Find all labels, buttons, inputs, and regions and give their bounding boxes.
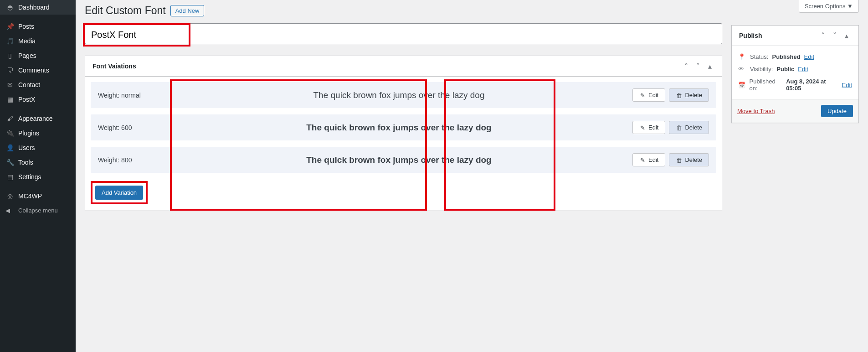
variation-weight-label: Weight: 600 bbox=[98, 124, 180, 131]
delete-variation-button[interactable]: 🗑Delete bbox=[669, 121, 709, 134]
sidebar-item-label: PostX bbox=[18, 96, 35, 103]
edit-visibility-link[interactable]: Edit bbox=[798, 66, 808, 72]
sidebar-item-label: Users bbox=[18, 144, 35, 151]
update-button[interactable]: Update bbox=[821, 105, 853, 117]
main-content: Screen Options ▼ Edit Custom Font Add Ne… bbox=[76, 0, 868, 352]
pin-icon: 📌 bbox=[5, 23, 15, 30]
font-title-input[interactable] bbox=[86, 26, 188, 44]
sidebar-item-label: Plugins bbox=[18, 129, 39, 137]
sidebar-item-users[interactable]: 👤 Users bbox=[0, 140, 76, 155]
pencil-icon: ✎ bbox=[639, 157, 646, 163]
brush-icon: 🖌 bbox=[5, 115, 15, 122]
variation-row: Weight: 600 The quick brown fox jumps ov… bbox=[91, 114, 716, 140]
edit-variation-button[interactable]: ✎Edit bbox=[632, 121, 665, 134]
sidebar-item-label: Posts bbox=[18, 23, 34, 30]
variation-preview-text: The quick brown fox jumps over the lazy … bbox=[180, 123, 618, 133]
sidebar-item-label: MC4WP bbox=[18, 192, 42, 200]
sidebar-item-mc4wp[interactable]: ◎ MC4WP bbox=[0, 189, 76, 203]
sidebar-item-plugins[interactable]: 🔌 Plugins bbox=[0, 126, 76, 140]
variation-row: Weight: normal The quick brown fox jumps… bbox=[91, 82, 716, 108]
sidebar-item-label: Comments bbox=[18, 67, 49, 74]
sidebar-item-label: Pages bbox=[18, 52, 36, 59]
variation-weight-label: Weight: 800 bbox=[98, 156, 180, 164]
collapse-menu[interactable]: ◀ Collapse menu bbox=[0, 203, 76, 217]
page-title: Edit Custom Font bbox=[85, 5, 166, 17]
sidebar-item-contact[interactable]: ✉ Contact bbox=[0, 78, 76, 92]
collapse-icon: ◀ bbox=[5, 207, 15, 214]
trash-icon: 🗑 bbox=[676, 157, 682, 163]
screen-options-button[interactable]: Screen Options ▼ bbox=[799, 0, 859, 13]
trash-icon: 🗑 bbox=[676, 124, 682, 131]
edit-variation-button[interactable]: ✎Edit bbox=[632, 153, 665, 166]
sidebar-item-label: Settings bbox=[18, 173, 41, 181]
wrench-icon: 🔧 bbox=[5, 159, 15, 166]
comment-icon: 🗨 bbox=[5, 67, 15, 74]
panel-title: Font Vaiations bbox=[92, 62, 136, 70]
sidebar-item-appearance[interactable]: 🖌 Appearance bbox=[0, 111, 76, 126]
variation-weight-label: Weight: normal bbox=[98, 92, 180, 99]
sidebar-item-postx[interactable]: ▦ PostX bbox=[0, 92, 76, 107]
sidebar-item-dashboard[interactable]: ◓ Dashboard bbox=[0, 0, 76, 15]
panel-down-icon[interactable]: ˅ bbox=[830, 31, 839, 40]
panel-toggle-icon[interactable]: ▴ bbox=[842, 31, 851, 40]
pencil-icon: ✎ bbox=[639, 92, 646, 98]
sidebar-item-posts[interactable]: 📌 Posts bbox=[0, 19, 76, 34]
plug-icon: 🔌 bbox=[5, 129, 15, 137]
sidebar-item-label: Appearance bbox=[18, 115, 53, 122]
eye-icon: 👁 bbox=[738, 66, 746, 72]
admin-sidebar: ◓ Dashboard 📌 Posts 🎵 Media ▯ Pages 🗨 Co… bbox=[0, 0, 76, 352]
variation-preview-text: The quick brown fox jumps over the lazy … bbox=[180, 155, 618, 165]
sidebar-item-settings[interactable]: ▤ Settings bbox=[0, 170, 76, 184]
panel-title: Publish bbox=[739, 32, 762, 39]
panel-up-icon[interactable]: ˄ bbox=[818, 31, 827, 40]
mc4wp-icon: ◎ bbox=[5, 192, 15, 200]
publish-panel: Publish ˄ ˅ ▴ 📍 Status: Published Edit bbox=[731, 25, 859, 123]
variation-preview-text: The quick brown fox jumps over the lazy … bbox=[180, 90, 618, 100]
dashboard-icon: ◓ bbox=[5, 4, 15, 11]
add-variation-button[interactable]: Add Variation bbox=[95, 186, 143, 200]
sidebar-item-label: Media bbox=[18, 37, 36, 45]
publish-status-row: 📍 Status: Published Edit bbox=[738, 51, 852, 63]
calendar-icon: 📅 bbox=[738, 82, 746, 88]
variation-row: Weight: 800 The quick brown fox jumps ov… bbox=[91, 147, 716, 173]
panel-toggle-icon[interactable]: ▴ bbox=[705, 62, 714, 71]
font-variations-panel: Font Vaiations ˄ ˅ ▴ Weight: normal The … bbox=[85, 56, 722, 210]
sidebar-item-tools[interactable]: 🔧 Tools bbox=[0, 155, 76, 170]
delete-variation-button[interactable]: 🗑Delete bbox=[669, 88, 709, 102]
highlight-title bbox=[83, 23, 190, 47]
postx-icon: ▦ bbox=[5, 96, 15, 103]
move-to-trash-link[interactable]: Move to Trash bbox=[737, 108, 775, 114]
edit-status-link[interactable]: Edit bbox=[804, 53, 814, 60]
highlight-add-variation: Add Variation bbox=[91, 181, 148, 204]
mail-icon: ✉ bbox=[5, 81, 15, 88]
sidebar-item-pages[interactable]: ▯ Pages bbox=[0, 48, 76, 63]
user-icon: 👤 bbox=[5, 144, 15, 151]
pages-icon: ▯ bbox=[5, 52, 15, 59]
panel-up-icon[interactable]: ˄ bbox=[682, 62, 691, 71]
delete-variation-button[interactable]: 🗑Delete bbox=[669, 153, 709, 166]
sidebar-item-label: Dashboard bbox=[18, 4, 50, 11]
edit-variation-button[interactable]: ✎Edit bbox=[632, 88, 665, 102]
sidebar-item-label: Contact bbox=[18, 81, 40, 88]
pencil-icon: ✎ bbox=[639, 124, 646, 131]
media-icon: 🎵 bbox=[5, 37, 15, 45]
sidebar-item-label: Tools bbox=[18, 159, 33, 166]
panel-down-icon[interactable]: ˅ bbox=[693, 62, 703, 71]
publish-date-row: 📅 Published on: Aug 8, 2024 at 05:05 Edi… bbox=[738, 75, 852, 94]
add-new-button[interactable]: Add New bbox=[170, 5, 205, 16]
collapse-label: Collapse menu bbox=[18, 207, 58, 214]
settings-icon: ▤ bbox=[5, 173, 15, 181]
key-icon: 📍 bbox=[738, 53, 746, 60]
sidebar-item-comments[interactable]: 🗨 Comments bbox=[0, 63, 76, 78]
trash-icon: 🗑 bbox=[676, 92, 682, 98]
publish-visibility-row: 👁 Visibility: Public Edit bbox=[738, 63, 852, 75]
edit-date-link[interactable]: Edit bbox=[842, 82, 852, 88]
sidebar-item-media[interactable]: 🎵 Media bbox=[0, 34, 76, 48]
